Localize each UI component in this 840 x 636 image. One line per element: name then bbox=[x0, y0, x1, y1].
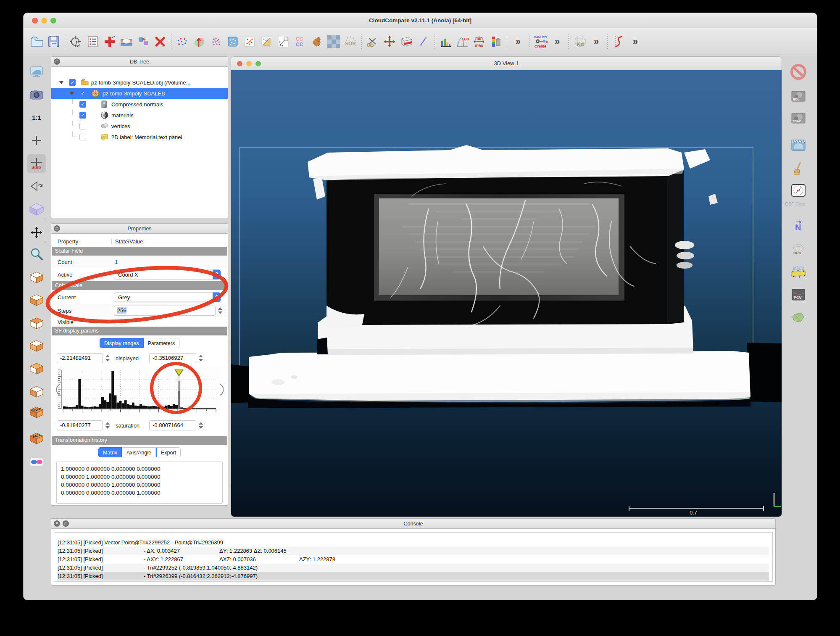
icp-icon[interactable] bbox=[308, 33, 325, 50]
visibility-checkbox[interactable] bbox=[79, 123, 86, 129]
sf-histogram[interactable] bbox=[55, 367, 224, 416]
subsample-icon[interactable] bbox=[224, 33, 241, 50]
register-icon[interactable] bbox=[241, 33, 258, 50]
crop-icon[interactable] bbox=[258, 33, 275, 50]
view-zoom-traffic-light[interactable] bbox=[255, 61, 261, 66]
compass-plugin-icon[interactable] bbox=[789, 181, 808, 200]
point-pair-align-icon[interactable] bbox=[101, 33, 118, 50]
view-iso1-icon[interactable] bbox=[27, 268, 46, 287]
kd-chevron[interactable]: » bbox=[588, 33, 605, 50]
more-tools-chevron[interactable]: » bbox=[510, 33, 527, 50]
facets-chevron[interactable]: » bbox=[627, 33, 644, 50]
title-bar[interactable]: CloudCompare v2.11.1 (Anoia) [64-bit] bbox=[24, 13, 817, 28]
visibility-checkbox[interactable] bbox=[79, 134, 86, 140]
ssao-shader-icon[interactable]: SSAO bbox=[789, 109, 808, 127]
console-body[interactable]: [12:31:05] [Picked] Vector Point@Tri#229… bbox=[54, 532, 773, 582]
refresh-display-icon[interactable] bbox=[27, 63, 46, 81]
sat-max-input[interactable]: -0.80071664 bbox=[149, 420, 196, 430]
visibility-checkbox[interactable]: ✓ bbox=[79, 90, 86, 97]
console-line[interactable]: [12:31:05] [Picked] Vector Point@Tri#229… bbox=[58, 538, 769, 547]
sat-max-spinner[interactable] bbox=[199, 422, 203, 429]
properties-header[interactable]: ▢ Properties bbox=[51, 224, 228, 234]
clone-icon[interactable] bbox=[118, 33, 135, 50]
canupo-plugin-icon[interactable]: CANUPOCreate bbox=[532, 33, 549, 50]
stats-icon[interactable]: μ,σ bbox=[454, 33, 471, 50]
view-iso2-icon[interactable] bbox=[27, 291, 46, 309]
segment-scissors-icon[interactable] bbox=[364, 33, 381, 50]
resample-icon[interactable] bbox=[208, 33, 224, 50]
steps-spinner[interactable] bbox=[218, 307, 222, 314]
db-tree-header[interactable]: ▢ DB Tree bbox=[51, 57, 228, 67]
edl-shader-icon[interactable]: EDL bbox=[789, 87, 808, 106]
screenshot-icon[interactable] bbox=[27, 85, 46, 104]
tree-item-materials[interactable]: ✓materials bbox=[51, 110, 228, 121]
undock-icon[interactable]: ▢ bbox=[54, 225, 60, 232]
view-bottom-icon[interactable] bbox=[27, 337, 46, 355]
pcv-plugin-icon[interactable]: PCV bbox=[789, 285, 808, 304]
disable-shader-icon[interactable] bbox=[789, 63, 808, 81]
color-scale-dropdown[interactable]: Grey bbox=[114, 293, 221, 302]
view-left-icon[interactable] bbox=[27, 359, 46, 378]
display-options-icon[interactable] bbox=[84, 33, 101, 50]
sat-min-spinner[interactable] bbox=[105, 422, 110, 429]
flip-view-icon[interactable] bbox=[27, 177, 46, 195]
undock-icon[interactable]: ▢ bbox=[63, 520, 69, 527]
tab-matrix[interactable]: Matrix bbox=[98, 447, 122, 457]
console-line[interactable]: [12:31:05] [Picked]- Tri#2299252 (-0.819… bbox=[58, 564, 769, 572]
3d-viewport[interactable]: 0.7 bbox=[231, 70, 782, 517]
view-right-icon[interactable] bbox=[27, 383, 46, 401]
zoom-1-1-icon[interactable]: 1:1 bbox=[27, 108, 46, 127]
perspective-icon[interactable]: ⌄ bbox=[27, 200, 46, 219]
fine-registration-icon[interactable] bbox=[174, 33, 191, 50]
tab-display-ranges[interactable]: Display ranges bbox=[100, 338, 144, 348]
delete-icon[interactable] bbox=[152, 33, 169, 50]
pov-tool-icon[interactable] bbox=[68, 33, 84, 50]
view-back-icon[interactable]: BACK bbox=[27, 429, 46, 448]
range-max-input[interactable]: -0.35106927 bbox=[149, 353, 196, 363]
active-sf-dropdown[interactable]: Coord X bbox=[114, 269, 221, 279]
visibility-checkbox[interactable]: ✓ bbox=[69, 79, 76, 86]
stereo-glasses-icon[interactable] bbox=[27, 453, 46, 471]
hpr-plugin-icon[interactable]: HPR bbox=[789, 240, 808, 259]
tree-item-vertices[interactable]: vertices bbox=[51, 121, 228, 132]
interpolate-icon[interactable] bbox=[325, 33, 342, 50]
console-line[interactable]: [12:31:05] [Picked]- ΔX: 0.003427ΔY: 1.2… bbox=[58, 547, 769, 555]
sat-min-input[interactable]: -0.81840277 bbox=[57, 420, 103, 430]
histogram-icon[interactable] bbox=[437, 33, 454, 50]
auto-pivot-icon[interactable]: auto bbox=[27, 154, 46, 173]
pan-icon[interactable]: ⌄ bbox=[27, 223, 46, 242]
steps-input[interactable]: 256 bbox=[114, 306, 216, 316]
range-max-spinner[interactable] bbox=[199, 355, 203, 362]
tab-parameters[interactable]: Parameters bbox=[144, 338, 180, 348]
point-picking-icon[interactable] bbox=[275, 33, 292, 50]
normals-plugin-icon[interactable]: N bbox=[789, 217, 808, 236]
tab-axis-angle[interactable]: Axis/Angle bbox=[122, 447, 156, 457]
3d-view-header[interactable]: 3D View 1 bbox=[231, 57, 782, 70]
merge-icon[interactable] bbox=[135, 33, 152, 50]
disclosure-triangle-icon[interactable] bbox=[59, 81, 64, 84]
undock-icon[interactable]: ▢ bbox=[54, 58, 60, 65]
clipping-box-icon[interactable] bbox=[398, 33, 415, 50]
zoom-lens-icon[interactable] bbox=[27, 245, 46, 264]
console-line[interactable]: [12:31:05] [Picked]- Tri#2926399 (-0.816… bbox=[58, 572, 769, 581]
close-icon[interactable]: ✕ bbox=[54, 520, 60, 527]
compute-normals-icon[interactable] bbox=[191, 33, 208, 50]
cc-align-icon[interactable]: CCCC bbox=[292, 33, 308, 50]
visible-checkbox[interactable] bbox=[115, 319, 121, 325]
set-pivot-icon[interactable] bbox=[27, 131, 46, 150]
view-front-icon[interactable]: FRONT bbox=[27, 403, 46, 422]
save-icon[interactable] bbox=[45, 33, 62, 50]
visibility-checkbox[interactable]: ✓ bbox=[79, 112, 86, 119]
open-file-icon[interactable] bbox=[29, 33, 45, 50]
animation-plugin-icon[interactable] bbox=[789, 136, 808, 154]
range-min-spinner[interactable] bbox=[105, 355, 110, 362]
filter-by-value-icon[interactable]: minmax bbox=[471, 33, 487, 50]
view-close-traffic-light[interactable] bbox=[237, 61, 242, 66]
disclosure-triangle-icon[interactable] bbox=[69, 92, 74, 95]
facets-blob-icon[interactable] bbox=[789, 308, 808, 327]
tree-item-pz-tomb-3mpoly-scaled[interactable]: ✓pz-tomb-3mpoly-SCALED bbox=[51, 88, 228, 99]
tab-export[interactable]: Export bbox=[156, 447, 181, 457]
sor-filter-icon[interactable]: SOR bbox=[342, 33, 359, 50]
m3c2-plugin-icon[interactable]: M3C2 bbox=[789, 264, 808, 282]
view-minimize-traffic-light[interactable] bbox=[246, 61, 252, 66]
